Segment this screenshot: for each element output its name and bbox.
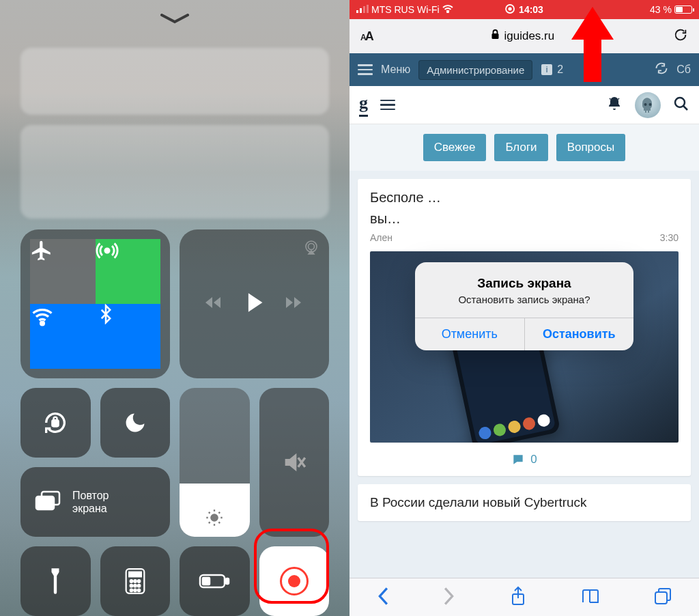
battery-icon xyxy=(674,5,692,14)
svg-point-34 xyxy=(644,103,647,106)
notifications-badge[interactable]: i 2 xyxy=(541,64,563,76)
svg-rect-23 xyxy=(203,578,210,585)
site-admin-toolbar: Меню Администрирование i 2 Сб xyxy=(350,53,699,86)
url-label: iguides.ru xyxy=(504,29,554,43)
media-next-icon[interactable] xyxy=(285,294,305,313)
svg-point-36 xyxy=(675,98,685,107)
screen-recording-alert: Запись экрана Остановить запись экрана? … xyxy=(415,262,633,350)
status-bar-recording[interactable]: MTS RUS Wi-Fi 14:03 43 % xyxy=(350,0,699,19)
svg-point-14 xyxy=(138,580,141,583)
dismiss-chevron-icon[interactable] xyxy=(160,14,189,27)
calculator-button[interactable] xyxy=(100,546,171,616)
clock-label: 14:03 xyxy=(519,4,543,15)
svg-point-19 xyxy=(134,589,137,592)
svg-point-13 xyxy=(134,580,137,583)
svg-rect-31 xyxy=(492,33,499,39)
alert-title: Запись экрана xyxy=(427,276,621,291)
svg-point-35 xyxy=(649,103,652,106)
brightness-slider[interactable] xyxy=(180,388,250,537)
article-author: Ален xyxy=(370,232,393,243)
screen-mirror-label: Повтор экрана xyxy=(72,489,109,515)
flashlight-button[interactable] xyxy=(20,546,91,616)
svg-point-17 xyxy=(138,585,141,587)
record-icon xyxy=(280,567,309,596)
svg-rect-6 xyxy=(36,496,54,509)
control-center-screen: Повтор экрана xyxy=(0,0,350,616)
comments-button[interactable]: 0 xyxy=(370,443,679,476)
tabs-button[interactable] xyxy=(654,587,672,608)
svg-rect-26 xyxy=(363,6,365,13)
avatar[interactable] xyxy=(635,92,661,118)
svg-text:i: i xyxy=(546,65,548,74)
cellular-data-button[interactable] xyxy=(96,239,161,304)
article-time: 3:30 xyxy=(660,232,679,243)
svg-rect-4 xyxy=(53,421,58,426)
article-card-2[interactable]: В России сделали новый Cybertruck xyxy=(358,484,691,521)
svg-point-7 xyxy=(212,514,218,520)
safari-screen: MTS RUS Wi-Fi 14:03 43 % AA i xyxy=(350,0,699,616)
do-not-disturb-button[interactable] xyxy=(100,388,171,458)
bell-icon[interactable] xyxy=(606,96,623,115)
search-icon[interactable] xyxy=(673,96,689,115)
connectivity-tile[interactable] xyxy=(20,229,170,378)
svg-point-30 xyxy=(508,7,511,10)
svg-point-3 xyxy=(309,244,315,250)
site-header: g xyxy=(350,86,699,124)
bluetooth-button[interactable] xyxy=(96,304,161,369)
refresh-icon[interactable] xyxy=(655,61,668,78)
tab-questions[interactable]: Вопросы xyxy=(556,134,626,161)
screen-mirroring-button[interactable]: Повтор экрана xyxy=(20,467,170,537)
comments-count: 0 xyxy=(530,453,537,466)
share-button[interactable] xyxy=(510,586,526,609)
media-tile[interactable] xyxy=(180,229,329,378)
recording-indicator-icon xyxy=(505,4,515,16)
tab-fresh[interactable]: Свежее xyxy=(423,134,487,161)
svg-rect-25 xyxy=(360,8,362,13)
airplay-icon[interactable] xyxy=(303,239,319,258)
brightness-icon xyxy=(205,508,224,530)
site-logo[interactable]: g xyxy=(359,93,368,117)
svg-rect-38 xyxy=(655,592,667,604)
tab-blogs[interactable]: Блоги xyxy=(494,134,547,161)
screen-record-button[interactable] xyxy=(259,546,330,616)
article-2-title: В России сделали новый Cybertruck xyxy=(370,495,587,509)
low-power-button[interactable] xyxy=(180,546,250,616)
airplane-mode-button[interactable] xyxy=(30,239,96,304)
svg-point-15 xyxy=(130,585,132,587)
article-subtitle-partial: вы xyxy=(370,211,387,226)
media-prev-icon[interactable] xyxy=(204,294,225,313)
reload-button[interactable] xyxy=(673,27,688,45)
volume-slider[interactable] xyxy=(259,388,330,537)
content-area: Бесполе … вы… Ален 3:30 0 xyxy=(350,171,699,560)
svg-rect-22 xyxy=(226,578,229,584)
annotation-arrow-icon xyxy=(571,7,614,85)
menu-label[interactable]: Меню xyxy=(381,64,410,76)
alert-stop-button[interactable]: Остановить xyxy=(524,318,634,350)
article-title-partial: Бесп xyxy=(370,190,401,205)
svg-rect-11 xyxy=(129,572,141,577)
hamburger-icon[interactable] xyxy=(358,64,373,75)
svg-point-0 xyxy=(104,249,109,253)
media-play-icon[interactable] xyxy=(245,292,264,316)
svg-point-12 xyxy=(130,580,132,583)
refresh-label-partial: Сб xyxy=(676,64,691,76)
home-blurred-shortcuts xyxy=(20,48,329,219)
text-size-button[interactable]: AA xyxy=(360,29,373,44)
network-label: Wi-Fi xyxy=(417,4,440,15)
svg-point-20 xyxy=(138,589,141,592)
bookmarks-button[interactable] xyxy=(581,588,600,607)
admin-button[interactable]: Администрирование xyxy=(418,60,532,80)
alert-cancel-button[interactable]: Отменить xyxy=(415,318,524,350)
svg-point-1 xyxy=(41,322,44,325)
category-tabs: Свежее Блоги Вопросы xyxy=(350,124,699,171)
carrier-label: MTS RUS xyxy=(371,4,414,15)
screen-mirror-icon xyxy=(34,490,61,514)
rotation-lock-button[interactable] xyxy=(20,388,91,458)
hamburger-icon[interactable] xyxy=(380,100,395,111)
wifi-button[interactable] xyxy=(30,304,96,369)
back-button[interactable] xyxy=(377,587,389,608)
forward-button[interactable] xyxy=(443,587,455,608)
svg-point-28 xyxy=(447,12,448,13)
safari-address-bar[interactable]: AA iguides.ru xyxy=(350,19,699,53)
wifi-icon xyxy=(442,4,453,15)
